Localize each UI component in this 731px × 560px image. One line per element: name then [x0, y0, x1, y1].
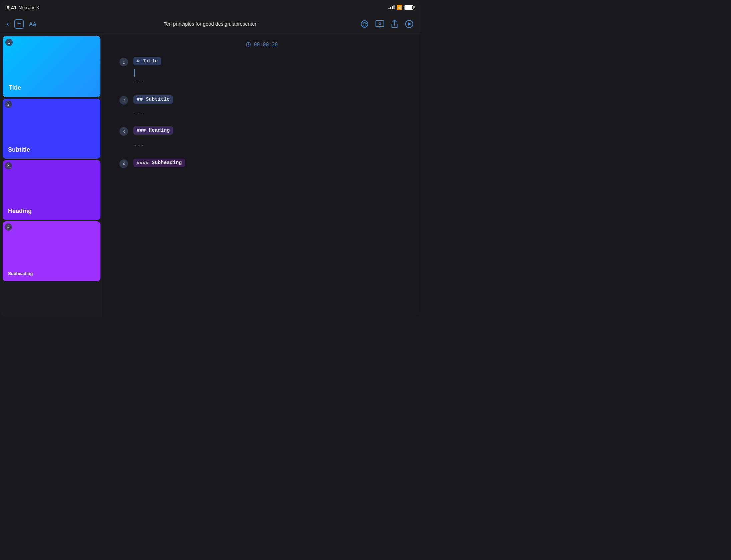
signal-icon: [389, 5, 395, 9]
status-icons: 📶: [389, 5, 414, 10]
document-title: Ten principles for good design.iapresent…: [164, 21, 257, 27]
block-number: 4: [119, 159, 128, 168]
text-cursor: [134, 69, 135, 77]
main-layout: 1 Title 2 Subtitle 3 Heading 4 Subheadin…: [0, 33, 420, 317]
block-content[interactable]: ## Subtitle ---: [133, 95, 404, 116]
timer-row: 00:00:20: [119, 41, 404, 48]
slide-label: Subheading: [8, 271, 33, 276]
toolbar-right: [360, 20, 414, 28]
slide-thumbnail: Subheading: [3, 221, 100, 281]
block-content[interactable]: # Title ---: [133, 57, 404, 85]
play-button[interactable]: [405, 20, 414, 28]
block-content[interactable]: #### Subheading: [133, 159, 404, 170]
svg-point-2: [364, 22, 366, 23]
add-button[interactable]: +: [14, 19, 24, 29]
svg-point-1: [362, 22, 364, 24]
block-number: 3: [119, 127, 128, 136]
divider: ---: [134, 79, 404, 85]
block-number: 2: [119, 96, 128, 105]
slide-item[interactable]: 4 Subheading: [3, 221, 100, 281]
slide-label: Title: [9, 84, 21, 91]
tag-badge-heading: ### Heading: [133, 126, 173, 135]
share-button[interactable]: [391, 20, 398, 28]
divider: ---: [134, 143, 404, 148]
cursor-line: [134, 69, 404, 77]
divider: ---: [134, 110, 404, 116]
battery-icon: [404, 5, 414, 10]
status-date: Mon Jun 3: [19, 5, 39, 10]
slide-thumbnail: Subtitle: [3, 99, 100, 159]
slide-item[interactable]: 1 Title: [3, 36, 100, 97]
editor-panel: 00:00:20 1 # Title --- 2 ## Subtitle ---…: [103, 33, 420, 317]
status-bar: 9:41 Mon Jun 3 📶: [0, 0, 420, 15]
slide-item[interactable]: 2 Subtitle: [3, 99, 100, 159]
palette-button[interactable]: [360, 20, 369, 28]
slide-panel: 1 Title 2 Subtitle 3 Heading 4 Subheadin…: [0, 33, 103, 317]
slide-label: Subtitle: [8, 146, 30, 153]
editor-block-1: 1 # Title ---: [119, 57, 404, 85]
back-button[interactable]: ‹: [7, 20, 9, 28]
slide-number: 1: [5, 39, 13, 46]
svg-point-7: [379, 23, 381, 25]
block-content[interactable]: ### Heading ---: [133, 126, 404, 148]
slide-thumbnail: Title: [3, 37, 100, 97]
slide-item[interactable]: 3 Heading: [3, 160, 100, 220]
slide-thumbnail: Heading: [3, 160, 100, 220]
tag-badge-title: # Title: [133, 57, 161, 65]
tag-badge-subtitle: ## Subtitle: [133, 95, 173, 104]
svg-rect-4: [376, 21, 384, 27]
status-time: 9:41: [7, 5, 17, 10]
editor-block-4: 4 #### Subheading: [119, 159, 404, 170]
toolbar: ‹ + AA Ten principles for good design.ia…: [0, 15, 420, 33]
tag-badge-subheading: #### Subheading: [133, 159, 185, 167]
slide-number: 4: [5, 223, 12, 231]
slide-number: 3: [5, 162, 12, 169]
font-size-button[interactable]: AA: [29, 21, 36, 27]
toolbar-left: ‹ + AA: [7, 19, 36, 29]
editor-block-2: 2 ## Subtitle ---: [119, 95, 404, 116]
block-number: 1: [119, 58, 128, 66]
svg-point-3: [366, 23, 367, 24]
slide-number: 2: [5, 101, 12, 108]
wifi-icon: 📶: [397, 5, 402, 10]
timer-value: 00:00:20: [254, 42, 278, 48]
editor-block-3: 3 ### Heading ---: [119, 126, 404, 148]
timer-icon: [246, 41, 251, 48]
preview-button[interactable]: [376, 20, 384, 28]
slide-label: Heading: [8, 208, 32, 215]
